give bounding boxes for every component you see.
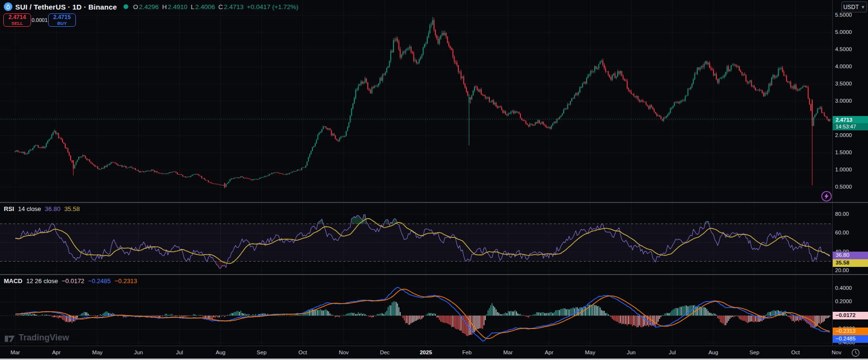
- price-axis-border: [832, 0, 833, 346]
- time-axis-month-label: Mar: [503, 349, 513, 355]
- rsi-pane-canvas[interactable]: [0, 202, 832, 275]
- currency-label: USDT: [843, 4, 859, 11]
- time-axis-month-label: Jul: [669, 349, 676, 355]
- symbol-title[interactable]: SUI / TetherUS · 1D · Binance: [15, 3, 117, 11]
- low-label: L: [191, 3, 195, 11]
- rsi-legend[interactable]: RSI 14 close 36.80 35.58: [4, 205, 80, 212]
- price-tick-label: 1.5000: [835, 149, 852, 155]
- low-value: 2.4006: [195, 3, 215, 11]
- current-price-badge: 2.4713 14:53:47: [833, 116, 868, 130]
- macd-signal-badge: −0.2313: [833, 328, 868, 335]
- time-axis-month-label: Nov: [832, 349, 841, 355]
- price-tick-label: 3.5000: [835, 81, 852, 86]
- macd-signal-value: −0.2313: [114, 277, 137, 285]
- main-chart-canvas[interactable]: [0, 0, 832, 202]
- current-price-value: 2.4713: [833, 116, 868, 123]
- price-tick-label: 60.00: [835, 230, 849, 235]
- macd-line-badge: −0.2485: [833, 335, 868, 343]
- macd-hist-value: −0.0172: [62, 277, 84, 285]
- clock-icon: [851, 348, 860, 358]
- sell-label: SELL: [11, 21, 23, 26]
- macd-histogram-badge: −0.0172: [833, 312, 868, 319]
- buy-price: 2.4715: [53, 15, 71, 20]
- quick-trade-lightning-button[interactable]: [821, 191, 832, 202]
- time-axis-month-label: Sep: [257, 349, 266, 355]
- rsi-ma-value: 35.58: [64, 205, 80, 212]
- time-axis-month-label: Jul: [176, 349, 183, 355]
- price-tick-label: 80.00: [835, 211, 849, 217]
- time-axis-separator: [0, 346, 868, 346]
- time-axis-month-label: Jun: [134, 349, 143, 355]
- time-axis-month-label: Mar: [10, 349, 20, 355]
- macd-title: MACD: [4, 277, 22, 285]
- rsi-params: 14 close: [18, 205, 41, 212]
- macd-legend[interactable]: MACD 12 26 close −0.0172 −0.2485 −0.2313: [4, 277, 137, 285]
- price-tick-label: 0.2000: [835, 298, 852, 304]
- price-tick-label: 5.5000: [835, 12, 852, 18]
- price-tick-label: 4.5000: [835, 46, 852, 52]
- open-value: 2.4296: [139, 3, 159, 11]
- rsi-ma-value-badge: 35.58: [833, 259, 868, 267]
- buy-button[interactable]: 2.4715 BUY: [48, 13, 76, 27]
- macd-line-value: −0.2485: [88, 277, 111, 285]
- close-value: 2.4713: [224, 3, 243, 11]
- change-value: +0.0417 (+1.72%): [247, 3, 299, 11]
- time-axis-month-label: 2025: [420, 349, 432, 355]
- sell-price: 2.4714: [9, 15, 26, 20]
- sell-button[interactable]: 2.4714 SELL: [3, 13, 31, 27]
- time-axis-month-label: May: [585, 349, 596, 355]
- high-value: 2.4910: [168, 3, 187, 11]
- rsi-value-badge: 36.80: [833, 252, 868, 259]
- price-tick-label: 2.0000: [835, 132, 852, 138]
- tradingview-logo-icon: [5, 333, 15, 343]
- market-status-dot-icon: [124, 4, 128, 9]
- price-tick-label: 20.00: [835, 267, 849, 273]
- time-axis-month-label: Aug: [708, 349, 718, 355]
- time-axis-month-label: Apr: [52, 349, 61, 355]
- time-axis-month-label: Dec: [380, 349, 390, 355]
- tradingview-watermark: TradingView: [5, 333, 69, 343]
- open-label: O: [133, 3, 138, 11]
- macd-pane-canvas[interactable]: [0, 275, 832, 346]
- tradingview-chart-window: SUI / TetherUS · 1D · Binance O2.4296 H2…: [0, 0, 868, 360]
- time-axis-month-label: Sep: [750, 349, 759, 355]
- price-tick-label: 0.5000: [835, 184, 852, 190]
- price-tick-label: 3.0000: [835, 98, 852, 104]
- close-label: C: [218, 3, 223, 11]
- time-axis-month-label: Aug: [216, 349, 225, 355]
- time-axis-month-label: Oct: [299, 349, 307, 355]
- time-axis-month-label: Nov: [339, 349, 349, 355]
- tradingview-wordmark: TradingView: [19, 333, 69, 343]
- time-axis-month-label: Feb: [462, 349, 472, 355]
- time-axis-month-label: Apr: [545, 349, 553, 355]
- timezone-clock-button[interactable]: [851, 348, 860, 358]
- macd-params: 12 26 close: [26, 277, 58, 285]
- buy-label: BUY: [57, 21, 67, 26]
- pane-separator[interactable]: [0, 202, 868, 203]
- bar-countdown: 14:53:47: [833, 123, 868, 130]
- price-tick-label: 1.0000: [835, 167, 852, 172]
- rsi-title: RSI: [4, 205, 14, 212]
- sui-coin-icon: [4, 2, 12, 11]
- price-tick-label: 5.0000: [835, 29, 852, 35]
- lightning-icon: [821, 191, 832, 202]
- currency-selector[interactable]: USDT ▼: [841, 1, 867, 12]
- rsi-value: 36.80: [45, 205, 61, 212]
- chevron-down-icon: ▼: [861, 5, 865, 10]
- spread-value: 0.0001: [31, 17, 48, 23]
- ohlc-readout: O2.4296 H2.4910 L2.4006 C2.4713 +0.0417 …: [133, 3, 299, 11]
- time-axis-month-label: May: [92, 349, 103, 355]
- pane-separator[interactable]: [0, 274, 868, 275]
- price-tick-label: 0.4000: [835, 285, 852, 291]
- high-label: H: [162, 3, 167, 11]
- price-tick-label: 4.0000: [835, 64, 852, 69]
- time-axis-month-label: Jun: [627, 349, 636, 355]
- time-axis-month-label: Oct: [791, 349, 800, 355]
